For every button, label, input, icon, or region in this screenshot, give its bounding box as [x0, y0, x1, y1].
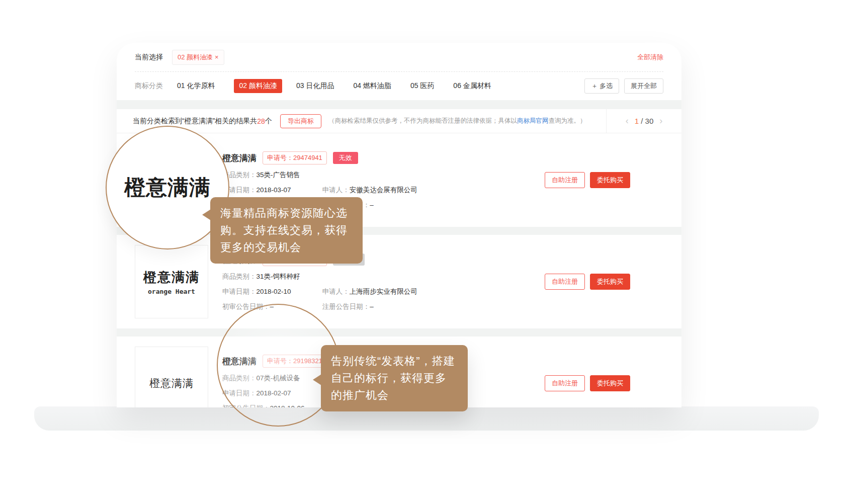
- row-actions: 自助注册 委托购买: [545, 375, 630, 391]
- results-summary-suffix: 个: [265, 117, 272, 126]
- category-tab-01[interactable]: 01 化学原料: [177, 81, 215, 91]
- entrust-purchase-button[interactable]: 委托购买: [590, 375, 630, 391]
- current-page: 1: [635, 117, 639, 125]
- initial-publication-label: 初审公告日期：: [222, 404, 270, 407]
- trademark-image-text: 橙意满满: [143, 269, 200, 286]
- application-number-badge: 申请号：29474941: [263, 151, 327, 164]
- initial-publication-value: –: [270, 303, 274, 310]
- applicant-value: 上海雨步实业有限公司: [350, 288, 417, 295]
- category-tab-04[interactable]: 04 燃料油脂: [353, 81, 391, 91]
- trademark-image-subtext: orange Heart: [148, 288, 195, 295]
- current-selection-label: 当前选择: [135, 53, 163, 62]
- category-value: 35类-广告销售: [257, 171, 300, 179]
- pagination: ‹ 1 / 30 ›: [606, 109, 681, 133]
- apply-date-value: 2018-03-07: [257, 186, 291, 194]
- export-trademark-button[interactable]: 导出商标: [280, 114, 321, 128]
- results-count: 28: [257, 117, 265, 125]
- row-actions: 自助注册 委托购买: [545, 274, 630, 290]
- category-label: 商品类别：: [222, 374, 257, 382]
- expand-all-button[interactable]: 展开全部: [624, 78, 663, 94]
- filter-card: 当前选择 02 颜料油漆× 全部清除 商标分类 01 化学原料 02 颜料油漆 …: [117, 43, 681, 100]
- magnified-trademark-text: 橙意满满: [124, 174, 211, 202]
- row-actions: 自助注册 委托购买: [545, 172, 630, 188]
- applicant-label: 申请人：: [322, 288, 350, 295]
- category-value: 31类-饲料种籽: [257, 273, 300, 280]
- category-tab-02-active[interactable]: 02 颜料油漆: [234, 79, 282, 93]
- remove-filter-icon[interactable]: ×: [215, 53, 219, 61]
- trademark-row: 橙意满满 orange Heart 橙意满满 申请号：29482153 已注册 …: [117, 235, 681, 328]
- trademark-name: 橙意满满: [222, 356, 257, 367]
- current-selection-bar: 当前选择 02 颜料油漆× 全部清除: [135, 43, 663, 72]
- application-number-label: 申请号：: [267, 154, 293, 161]
- apply-date-label: 申请日期：: [222, 389, 257, 397]
- callout-tooltip-marketplace: 海量精品商标资源随心选购。支持在线交易，获得更多的交易机会: [210, 197, 363, 264]
- trademark-image-text: 橙意满满: [149, 376, 194, 390]
- results-summary-prefix: 当前分类检索到“橙意满满”相关的结果共: [133, 117, 257, 126]
- category-label: 商品类别：: [222, 273, 257, 280]
- prev-page-icon[interactable]: ‹: [626, 116, 629, 126]
- entrust-purchase-button[interactable]: 委托购买: [590, 172, 630, 188]
- registration-publication-value: –: [370, 303, 374, 310]
- category-tab-03[interactable]: 03 日化用品: [296, 81, 334, 91]
- initial-publication-label: 初审公告日期：: [222, 303, 270, 310]
- selected-filter-tag[interactable]: 02 颜料油漆×: [172, 50, 224, 65]
- disclaimer-text: （商标检索结果仅供参考，不作为商标能否注册的法律依据；具体以商标局官网查询为准。…: [328, 117, 586, 125]
- next-page-icon[interactable]: ›: [659, 116, 662, 126]
- application-number-value: 29474941: [293, 154, 322, 161]
- stage: 当前选择 02 颜料油漆× 全部清除 商标分类 01 化学原料 02 颜料油漆 …: [0, 0, 853, 504]
- entrust-purchase-button[interactable]: 委托购买: [590, 274, 630, 290]
- trademark-image: 橙意满满: [135, 347, 208, 407]
- category-tab-05[interactable]: 05 医药: [410, 81, 434, 91]
- total-pages: 30: [645, 117, 654, 125]
- apply-date-label: 申请日期：: [222, 288, 257, 295]
- application-number-value: 29198321: [293, 357, 322, 365]
- registration-publication-value: –: [370, 201, 374, 209]
- category-value: 07类-机械设备: [257, 374, 300, 382]
- self-register-button[interactable]: 自助注册: [545, 172, 585, 188]
- registration-publication-label: 注册公告日期：: [322, 303, 370, 310]
- initial-publication-value: 2018-10-06: [270, 404, 305, 407]
- application-number-label: 申请号：: [267, 357, 293, 365]
- self-register-button[interactable]: 自助注册: [545, 274, 585, 290]
- applicant-value: 安徽美达会展有限公司: [350, 186, 417, 194]
- trademark-name: 橙意满满: [222, 152, 257, 164]
- category-tab-06[interactable]: 06 金属材料: [453, 81, 491, 91]
- trademark-image: 橙意满满 orange Heart: [135, 245, 208, 318]
- applicant-label: 申请人：: [322, 186, 350, 194]
- apply-date-value: 2018-02-10: [257, 288, 291, 295]
- row-divider: [117, 328, 681, 337]
- category-bar-label: 商标分类: [135, 81, 163, 91]
- clear-all-button[interactable]: 全部清除: [637, 53, 663, 62]
- status-badge-invalid: 无效: [333, 152, 358, 164]
- disclaimer-post: 查询为准。）: [548, 117, 586, 124]
- category-actions: ＋ 多选 展开全部: [584, 78, 663, 94]
- multi-select-button[interactable]: ＋ 多选: [584, 78, 619, 94]
- disclaimer-pre: （商标检索结果仅供参考，不作为商标能否注册的法律依据；具体以: [328, 117, 517, 124]
- callout-tooltip-promotion: 告别传统“发表格”，搭建自己的标行，获得更多的推广机会: [321, 345, 468, 411]
- self-register-button[interactable]: 自助注册: [545, 375, 585, 391]
- page-separator: /: [641, 117, 643, 125]
- apply-date-value: 2018-02-07: [257, 389, 291, 397]
- results-header: 当前分类检索到“橙意满满”相关的结果共28 个 导出商标 （商标检索结果仅供参考…: [117, 109, 681, 133]
- section-divider: [117, 100, 681, 109]
- trademark-office-link[interactable]: 商标局官网: [517, 117, 549, 124]
- category-bar: 商标分类 01 化学原料 02 颜料油漆 03 日化用品 04 燃料油脂 05 …: [135, 72, 663, 100]
- application-number-badge: 申请号：29198321: [263, 355, 327, 368]
- selected-filter-tag-text: 02 颜料油漆: [178, 53, 213, 61]
